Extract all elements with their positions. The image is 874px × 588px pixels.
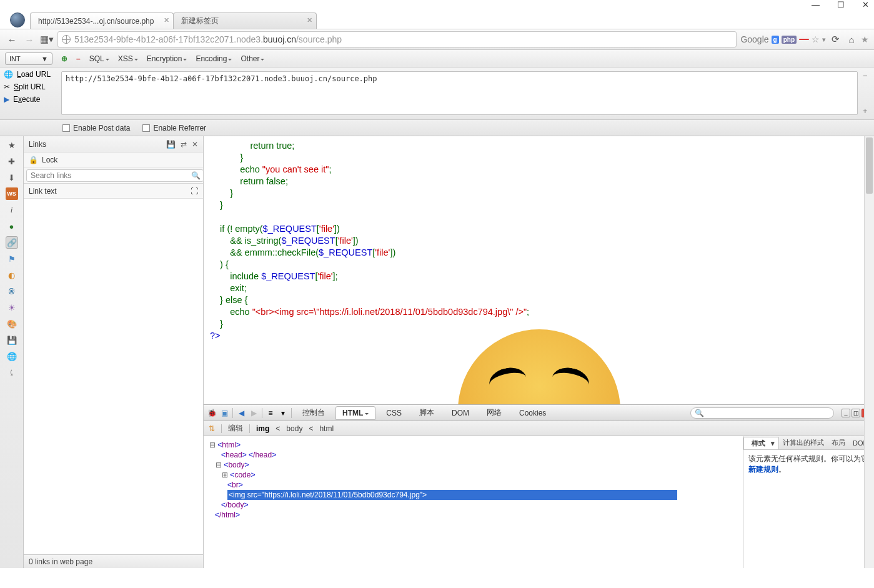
reload-button[interactable]: ⟳ xyxy=(828,32,842,46)
xss-menu[interactable]: XSS xyxy=(118,54,138,63)
dt-min-icon[interactable]: _ xyxy=(842,409,850,417)
rail-info-icon[interactable]: i xyxy=(6,204,18,216)
rail-download-icon[interactable]: ⬇ xyxy=(6,171,18,184)
tab-title: http://513e2534-...oj.cn/source.php xyxy=(38,17,154,26)
dt-tab-console[interactable]: 控制台 xyxy=(295,405,332,421)
search-icon[interactable]: 🔍 xyxy=(191,171,201,180)
url-right-badges: Google g php ☆ ▾ ⟳ ⌂ ★ xyxy=(740,32,869,46)
app-logo xyxy=(5,11,30,29)
hackbar-url-input[interactable]: http://513e2534-9bfe-4b12-a06f-17bf132c2… xyxy=(61,71,858,115)
load-url-button[interactable]: 🌐Load URL xyxy=(4,70,54,79)
window-minimize[interactable]: — xyxy=(812,0,820,9)
enable-post-checkbox[interactable]: Enable Post data xyxy=(62,124,130,132)
dt-edit-button[interactable]: 编辑 xyxy=(228,423,243,434)
browser-tab-active[interactable]: http://513e2534-...oj.cn/source.php ✕ xyxy=(30,12,174,29)
crumb-img[interactable]: img xyxy=(256,424,269,433)
crumb-html[interactable]: html xyxy=(319,424,334,433)
links-search-input[interactable] xyxy=(26,169,204,182)
split-url-button[interactable]: ✂Split URL xyxy=(4,82,54,91)
minus-button[interactable]: − xyxy=(863,71,874,81)
rail-link-icon[interactable]: 🔗 xyxy=(6,236,18,249)
dt-fwd-icon[interactable]: ▶ xyxy=(249,409,258,417)
dt-tab-html[interactable]: HTML xyxy=(335,406,375,420)
back-button[interactable]: ← xyxy=(5,32,19,46)
dt-tab-dom[interactable]: DOM xyxy=(445,406,476,420)
rail-palette-icon[interactable]: 🎨 xyxy=(6,317,18,330)
rail-sun-icon[interactable]: ☀ xyxy=(6,301,18,314)
new-rule-link[interactable]: 新建规则 xyxy=(748,465,778,474)
firebug-icon[interactable]: 🐞 xyxy=(207,409,216,417)
links-title: Links xyxy=(29,140,46,149)
browser-tab-inactive[interactable]: 新建标签页 ✕ xyxy=(173,12,317,29)
rail-save-icon[interactable]: 💾 xyxy=(6,334,18,346)
encoding-menu[interactable]: Encoding xyxy=(196,54,232,63)
dt-tab-css[interactable]: CSS xyxy=(379,406,409,420)
tab-title: 新建标签页 xyxy=(181,16,219,26)
dt-dd-icon[interactable]: ▾ xyxy=(279,409,287,417)
rail-globe2-icon[interactable]: 🌐 xyxy=(6,350,18,362)
enable-referrer-checkbox[interactable]: Enable Referrer xyxy=(142,124,206,132)
lock-icon: 🔒 xyxy=(29,156,38,164)
google-label: Google xyxy=(740,34,768,44)
dt-back-icon[interactable]: ◀ xyxy=(237,409,246,417)
dt-search-input[interactable]: 🔍 xyxy=(690,407,834,419)
window-close[interactable]: ✕ xyxy=(862,0,869,9)
search-icon: 🔍 xyxy=(695,409,704,417)
dt-tab-script[interactable]: 脚本 xyxy=(412,405,441,421)
links-swap-icon[interactable]: ⇄ xyxy=(181,140,187,149)
dt-pop-icon[interactable]: ◫ xyxy=(852,409,860,417)
url-suffix: /source.php xyxy=(296,34,342,44)
vertical-scrollbar[interactable] xyxy=(864,136,874,568)
menu-star-icon[interactable]: ★ xyxy=(861,34,869,44)
nav-toolbar: ← → ▦▾ 513e2534-9bfe-4b12-a06f-17bf132c2… xyxy=(0,29,874,50)
grid-menu-icon[interactable]: ▦▾ xyxy=(40,32,54,46)
other-menu[interactable]: Other xyxy=(241,54,264,63)
flag-badge-icon[interactable] xyxy=(799,39,809,40)
load-icon: 🌐 xyxy=(4,70,13,79)
devtools-panel: 🐞 ▣ ◀ ▶ ≡ ▾ 控制台 HTML CSS 脚本 DOM 网络 Cooki… xyxy=(204,404,874,568)
inspect-icon[interactable]: ▣ xyxy=(220,409,229,417)
plus-button[interactable]: + xyxy=(863,106,874,116)
rail-puzzle-icon[interactable]: ✚ xyxy=(6,155,18,167)
bookmark-star-icon[interactable]: ☆ xyxy=(812,34,820,44)
rail-swirl-icon[interactable]: ֍ xyxy=(6,285,18,297)
dt-lines-icon[interactable]: ≡ xyxy=(266,409,275,417)
bookmark-dd-icon[interactable]: ▾ xyxy=(822,36,826,44)
links-save-icon[interactable]: 💾 xyxy=(166,140,176,149)
home-button[interactable]: ⌂ xyxy=(845,32,858,46)
side-tab-style[interactable]: 样式 ▾ xyxy=(743,437,779,449)
dt-style-sidebar: 样式 ▾ 计算出的样式 布局 DOM 该元素无任何样式规则。你可以为它新建规则。 xyxy=(743,436,874,568)
dt-reorder-icon[interactable]: ⇅ xyxy=(209,424,215,433)
rail-flag-icon[interactable]: ⚑ xyxy=(6,252,18,265)
side-tab-layout[interactable]: 布局 xyxy=(828,438,849,447)
linktext-expand-icon[interactable]: ⛶ xyxy=(191,187,198,196)
encryption-menu[interactable]: Encryption xyxy=(147,54,187,63)
url-bar[interactable]: 513e2534-9bfe-4b12-a06f-17bf132c2071.nod… xyxy=(57,31,737,47)
window-maximize[interactable]: ☐ xyxy=(837,0,845,9)
rail-green-icon[interactable]: ● xyxy=(6,220,18,232)
links-footer: 0 links in web page xyxy=(24,554,203,568)
rail-orange-icon[interactable]: ◐ xyxy=(6,269,18,281)
lock-label[interactable]: Lock xyxy=(42,156,57,164)
left-tool-rail: ★ ✚ ⬇ WS i ● 🔗 ⚑ ◐ ֍ ☀ 🎨 💾 🌐 ⤹ xyxy=(0,136,24,568)
google-badge-icon[interactable]: g xyxy=(772,36,779,44)
side-tab-computed[interactable]: 计算出的样式 xyxy=(779,438,828,447)
sql-menu[interactable]: SQL xyxy=(89,54,109,63)
connect-icon[interactable]: ⊕ xyxy=(61,54,67,63)
rail-ws-icon[interactable]: WS xyxy=(6,187,18,200)
links-panel: Links 💾 ⇄ ✕ 🔒Lock 🔍 Link text⛶ 0 links i… xyxy=(24,136,204,568)
execute-button[interactable]: ▶Execute xyxy=(4,95,54,104)
dt-tab-cookies[interactable]: Cookies xyxy=(512,406,553,420)
disconnect-icon[interactable]: – xyxy=(76,54,81,63)
rail-wrench-icon[interactable]: ⤹ xyxy=(6,366,18,379)
rail-star-icon[interactable]: ★ xyxy=(6,139,18,151)
php-badge-icon[interactable]: php xyxy=(782,36,797,44)
links-close-icon[interactable]: ✕ xyxy=(192,140,198,149)
forward-button[interactable]: → xyxy=(22,32,36,46)
tab-close-icon[interactable]: ✕ xyxy=(164,16,169,24)
tab-close-icon[interactable]: ✕ xyxy=(307,16,312,24)
crumb-body[interactable]: body xyxy=(286,424,302,433)
dt-tab-net[interactable]: 网络 xyxy=(480,405,509,421)
dt-html-tree[interactable]: ⊟ <html> <head> </head> ⊟ <body> ⊞ <code… xyxy=(204,436,743,568)
int-dropdown[interactable]: INT▼ xyxy=(5,52,52,65)
